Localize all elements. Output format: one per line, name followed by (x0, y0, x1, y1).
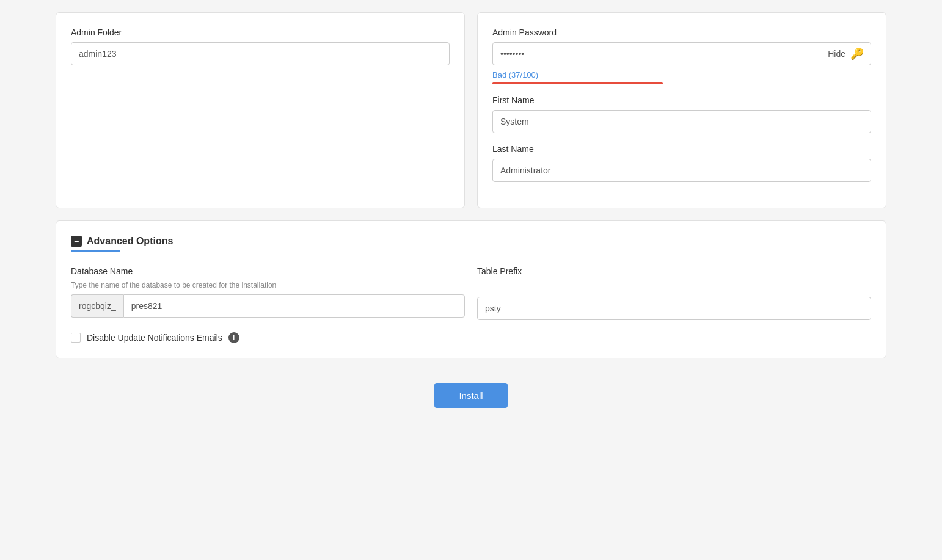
disable-notifications-label: Disable Update Notifications Emails (87, 333, 222, 343)
admin-password-label: Admin Password (492, 27, 871, 37)
password-wrapper: Hide 🔑 (492, 42, 871, 65)
table-prefix-group: Table Prefix (477, 266, 871, 320)
database-name-input[interactable] (123, 294, 465, 318)
advanced-options-section: − Advanced Options Database Name Type th… (56, 220, 886, 358)
info-icon[interactable]: i (228, 332, 239, 343)
password-actions: Hide 🔑 (828, 47, 864, 60)
database-name-field: rogcbqiz_ (71, 294, 465, 318)
last-name-label: Last Name (492, 144, 871, 154)
disable-notifications-checkbox[interactable] (71, 333, 81, 343)
first-name-input[interactable] (492, 110, 871, 133)
disable-notifications-row: Disable Update Notifications Emails i (71, 332, 871, 343)
install-button[interactable]: Install (434, 383, 507, 408)
database-name-group: Database Name Type the name of the datab… (71, 266, 465, 320)
hide-password-button[interactable]: Hide (828, 49, 845, 59)
admin-folder-input[interactable] (71, 42, 450, 65)
database-prefix: rogcbqiz_ (71, 294, 123, 318)
admin-folder-group: Admin Folder (71, 27, 450, 68)
table-prefix-input[interactable] (477, 297, 871, 320)
collapse-icon[interactable]: − (71, 236, 82, 247)
admin-password-input[interactable] (492, 42, 871, 65)
admin-password-group: Admin Password Hide 🔑 Bad (37/100) (492, 27, 871, 84)
strength-bar (492, 82, 663, 84)
last-name-group: Last Name (492, 144, 871, 182)
database-name-label: Database Name (71, 266, 465, 276)
last-name-input[interactable] (492, 159, 871, 182)
first-name-label: First Name (492, 95, 871, 105)
table-prefix-label: Table Prefix (477, 266, 871, 276)
admin-folder-card: Admin Folder (56, 12, 465, 208)
key-icon: 🔑 (850, 47, 864, 60)
install-row: Install (56, 371, 886, 420)
admin-credentials-card: Admin Password Hide 🔑 Bad (37/100) First… (477, 12, 886, 208)
section-underline (71, 250, 120, 252)
advanced-fields-row: Database Name Type the name of the datab… (71, 266, 871, 320)
database-name-hint: Type the name of the database to be crea… (71, 281, 465, 289)
admin-folder-label: Admin Folder (71, 27, 450, 37)
strength-text: Bad (37/100) (492, 70, 871, 79)
first-name-group: First Name (492, 95, 871, 133)
advanced-section-header: − Advanced Options (71, 236, 871, 247)
password-strength: Bad (37/100) (492, 70, 871, 84)
advanced-section-title: Advanced Options (87, 236, 173, 247)
